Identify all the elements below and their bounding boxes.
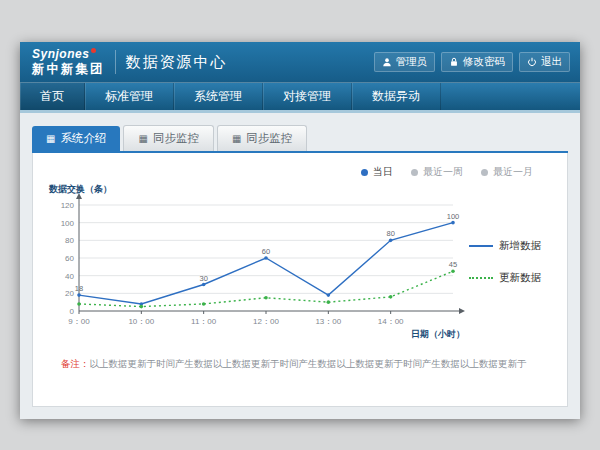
svg-text:40: 40 — [65, 272, 74, 281]
nav-item-data-change[interactable]: 数据异动 — [352, 83, 441, 110]
page-title: 数据资源中心 — [126, 53, 228, 72]
svg-text:100: 100 — [61, 219, 75, 228]
app-window: Synjones 新中新集团 数据资源中心 管理员 修改密码 退出 首页 标准管… — [20, 42, 580, 418]
main-nav: 首页 标准管理 系统管理 对接管理 数据异动 — [20, 82, 580, 110]
nav-item-standard-mgmt[interactable]: 标准管理 — [85, 83, 174, 110]
admin-user-label: 管理员 — [396, 55, 428, 69]
svg-text:60: 60 — [65, 254, 74, 263]
change-password-label: 修改密码 — [463, 55, 505, 69]
svg-text:数据交换（条）: 数据交换（条） — [48, 184, 112, 194]
svg-text:0: 0 — [70, 307, 75, 316]
svg-text:10：00: 10：00 — [128, 317, 154, 326]
svg-text:18: 18 — [75, 284, 83, 293]
svg-text:11：00: 11：00 — [191, 317, 217, 326]
filter-dot — [411, 169, 418, 176]
legend-updated-data[interactable]: 更新数据 — [469, 271, 541, 285]
nav-item-home[interactable]: 首页 — [20, 83, 85, 110]
filter-last-week[interactable]: 最近一周 — [411, 165, 463, 179]
grid-icon: ▦ — [46, 134, 55, 144]
user-icon — [382, 57, 392, 67]
logout-button[interactable]: 退出 — [519, 52, 570, 72]
logo-text-en: Synjones — [32, 47, 89, 61]
power-icon — [527, 57, 537, 67]
tab-sync-monitor-1[interactable]: ▦ 同步监控 — [123, 125, 213, 151]
legend-line-sample — [469, 245, 493, 247]
nav-item-docking-mgmt[interactable]: 对接管理 — [263, 83, 352, 110]
filter-last-month[interactable]: 最近一月 — [481, 165, 533, 179]
legend-line-sample — [469, 277, 493, 279]
footnote: 备注：以上数据更新于时间产生数据以上数据更新于时间产生数据以上数据更新于时间产生… — [47, 357, 553, 371]
series-legend: 新增数据 更新数据 — [469, 239, 541, 285]
legend-new-data[interactable]: 新增数据 — [469, 239, 541, 253]
user-actions: 管理员 修改密码 退出 — [374, 52, 571, 72]
svg-text:9：00: 9：00 — [68, 317, 90, 326]
svg-text:120: 120 — [61, 201, 75, 210]
top-header: Synjones 新中新集团 数据资源中心 管理员 修改密码 退出 — [20, 42, 580, 82]
logout-label: 退出 — [541, 55, 562, 69]
line-chart: 0204060801001209：0010：0011：0012：0013：001… — [47, 181, 467, 341]
tab-sync-monitor-2[interactable]: ▦ 同步监控 — [217, 125, 307, 151]
admin-user-button[interactable]: 管理员 — [374, 52, 436, 72]
svg-text:13：00: 13：00 — [315, 317, 341, 326]
footnote-label: 备注： — [61, 358, 90, 369]
footnote-text: 以上数据更新于时间产生数据以上数据更新于时间产生数据以上数据更新于时间产生数据以… — [90, 358, 527, 369]
time-filter-legend: 当日 最近一周 最近一月 — [47, 161, 553, 181]
chart-panel: 当日 最近一周 最近一月 0204060801001209：0010：0011：… — [32, 153, 568, 407]
header-divider — [115, 50, 116, 74]
tab-bar: ▦ 系统介绍 ▦ 同步监控 ▦ 同步监控 — [32, 125, 568, 151]
filter-dot — [481, 169, 488, 176]
svg-text:14：00: 14：00 — [378, 317, 404, 326]
tab-system-intro[interactable]: ▦ 系统介绍 — [32, 126, 120, 151]
change-password-button[interactable]: 修改密码 — [441, 52, 513, 72]
svg-text:80: 80 — [65, 236, 74, 245]
chart-row: 0204060801001209：0010：0011：0012：0013：001… — [47, 181, 553, 341]
svg-text:日期（小时）: 日期（小时） — [411, 329, 465, 339]
grid-icon: ▦ — [138, 134, 147, 144]
svg-text:30: 30 — [199, 274, 207, 283]
nav-item-system-mgmt[interactable]: 系统管理 — [174, 83, 263, 110]
filter-dot — [361, 169, 368, 176]
svg-text:20: 20 — [65, 289, 74, 298]
main-card: ▦ 系统介绍 ▦ 同步监控 ▦ 同步监控 当日 最近一周 最近一月 — [32, 125, 568, 407]
svg-text:45: 45 — [449, 260, 457, 269]
svg-text:100: 100 — [447, 212, 460, 221]
logo-text-cn: 新中新集团 — [32, 63, 105, 76]
content-area: ▦ 系统介绍 ▦ 同步监控 ▦ 同步监控 当日 最近一周 最近一月 — [20, 113, 580, 419]
filter-today[interactable]: 当日 — [361, 165, 393, 179]
lock-icon — [449, 57, 459, 67]
brand-logo: Synjones 新中新集团 — [30, 48, 105, 76]
svg-text:80: 80 — [386, 229, 394, 238]
logo-accent-dot — [91, 48, 96, 53]
svg-text:60: 60 — [262, 247, 270, 256]
grid-icon: ▦ — [232, 134, 241, 144]
svg-text:12：00: 12：00 — [253, 317, 279, 326]
